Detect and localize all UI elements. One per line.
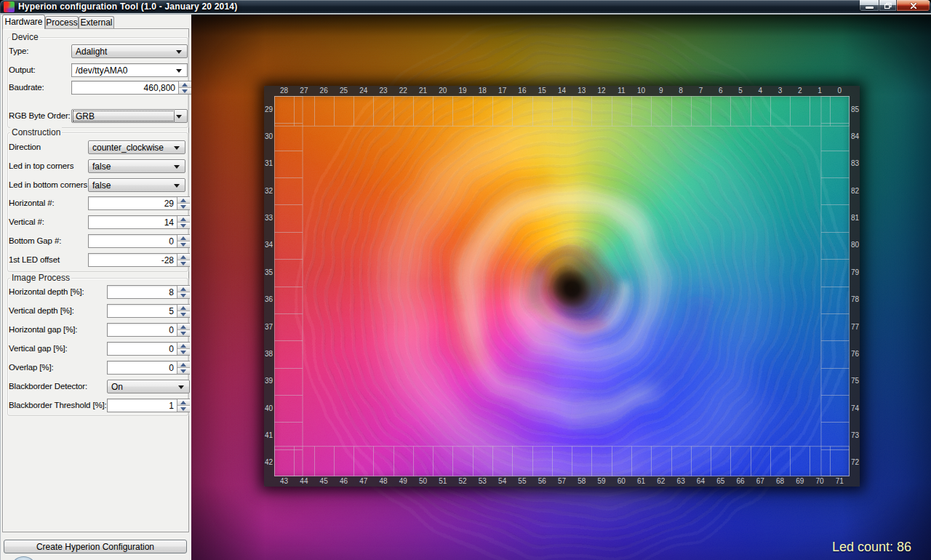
form-row: Horizontal #:29 (3, 196, 190, 210)
app-icon (4, 1, 15, 12)
dropdown-value: counter_clockwise (92, 143, 164, 153)
spinbox-value: -28 (161, 255, 174, 265)
blackborder-threshold-spinbox[interactable]: 1 (107, 399, 190, 412)
led-index-label: 68 (770, 478, 790, 485)
spin-up-button[interactable] (177, 343, 190, 349)
led-index-label: 30 (264, 133, 273, 140)
spinner-buttons (177, 343, 189, 355)
spin-down-button[interactable] (179, 88, 191, 94)
spin-down-button[interactable] (177, 368, 190, 374)
create-configuration-button[interactable]: Create Hyperion Configuration (4, 540, 187, 553)
spin-down-button[interactable] (177, 204, 190, 209)
horizontal-depth-spinbox[interactable]: 8 (107, 285, 190, 299)
spin-up-button[interactable] (177, 286, 190, 292)
dropdown-value: On (111, 382, 123, 392)
baudrate-spinbox[interactable]: 460,800 (71, 81, 191, 95)
spin-down-button[interactable] (177, 311, 190, 317)
output-combobox[interactable]: /dev/ttyAMA0 (71, 63, 188, 77)
spin-up-button[interactable] (177, 197, 190, 204)
combobox-value: /dev/ttyAMA0 (76, 65, 127, 76)
blackborder-detector-dropdown[interactable]: On (107, 380, 190, 393)
form-row: Blackborder Detector:On (3, 380, 190, 393)
vertical-spinbox[interactable]: 14 (88, 215, 190, 229)
spinbox-value: 0 (169, 325, 174, 335)
title-bar[interactable]: Hyperion configuration Tool (1.0 - Janua… (0, 0, 931, 13)
vertical-gap-label: Vertical gap [%]: (9, 344, 68, 353)
spin-up-icon (180, 363, 186, 367)
horizontal-label: Horizontal #: (9, 199, 55, 207)
led-index-label: 67 (751, 478, 770, 485)
led-index-label: 36 (264, 296, 273, 303)
spinbox-value: 14 (164, 217, 174, 228)
vertical-gap-spinbox[interactable]: 0 (107, 342, 190, 356)
close-button[interactable] (897, 0, 930, 11)
spin-up-button[interactable] (177, 216, 190, 223)
form-row: Vertical gap [%]:0 (3, 342, 190, 356)
spin-down-button[interactable] (177, 260, 190, 266)
spin-up-icon (180, 401, 186, 404)
led-in-bottom-corners-dropdown[interactable]: false (88, 178, 185, 192)
minimize-button[interactable] (860, 0, 879, 11)
spin-up-button[interactable] (177, 235, 190, 241)
form-row: 1st LED offset-28 (3, 253, 190, 267)
tab-hardware[interactable]: Hardware (2, 15, 45, 29)
form-row: Vertical #:14 (3, 215, 190, 229)
overlap-spinbox[interactable]: 0 (107, 361, 190, 375)
led-index-label: 46 (334, 478, 353, 485)
spin-down-button[interactable] (177, 330, 190, 336)
tab-process[interactable]: Process (45, 16, 79, 29)
spin-up-icon (182, 83, 188, 87)
led-index-label: 64 (691, 478, 711, 485)
led-index-label: 58 (572, 478, 591, 485)
spin-up-button[interactable] (177, 254, 190, 260)
spin-down-icon (180, 313, 186, 316)
led-index-label: 76 (851, 351, 859, 358)
form-row: Bottom Gap #:0 (3, 234, 190, 248)
type-dropdown[interactable]: Adalight (71, 44, 188, 58)
spin-down-icon (180, 243, 186, 247)
led-index-label: 65 (711, 478, 730, 485)
spin-down-button[interactable] (177, 223, 190, 228)
spin-down-button[interactable] (177, 406, 190, 412)
rgb-byte-order-dropdown[interactable]: GRB (71, 109, 188, 123)
caption-buttons (860, 0, 930, 11)
led-in-top-corners-dropdown[interactable]: false (88, 159, 185, 173)
spinbox-value: 8 (169, 287, 174, 297)
form-row: Led in top cornersfalse (3, 159, 190, 173)
led-index-label: 7 (691, 87, 711, 95)
led-index-label: 81 (851, 215, 859, 222)
spin-down-button[interactable] (177, 292, 190, 298)
direction-dropdown[interactable]: counter_clockwise (88, 140, 185, 154)
maximize-button[interactable] (879, 0, 897, 11)
spin-up-button[interactable] (177, 361, 190, 368)
form-row: Baudrate:460,800 (3, 81, 190, 95)
spin-up-button[interactable] (177, 305, 190, 311)
form-row: Horizontal gap [%]:0 (3, 323, 190, 337)
spin-up-button[interactable] (177, 399, 190, 406)
1st-led-offset-spinbox[interactable]: -28 (88, 253, 190, 267)
horizontal-gap-spinbox[interactable]: 0 (107, 323, 190, 337)
led-index-label: 59 (591, 478, 611, 485)
dropdown-arrow-icon (178, 385, 184, 389)
tab-external[interactable]: External (79, 16, 114, 29)
form-row: Led in bottom cornersfalse (3, 178, 190, 192)
spin-down-button[interactable] (177, 349, 190, 355)
led-index-label: 12 (591, 87, 611, 95)
led-index-label: 82 (851, 188, 859, 195)
spin-up-button[interactable] (179, 81, 191, 88)
led-index-label: 37 (264, 324, 273, 331)
form-row: Blackborder Threshold [%]:1 (3, 399, 190, 412)
led-index-label: 11 (612, 87, 631, 95)
horizontal-spinbox[interactable]: 29 (88, 196, 190, 210)
led-index-label: 53 (473, 478, 492, 485)
led-index-label: 10 (631, 87, 651, 95)
spin-up-button[interactable] (177, 324, 190, 330)
vertical-depth-spinbox[interactable]: 5 (107, 304, 190, 318)
spinner-buttons (177, 399, 189, 412)
led-index-label: 61 (631, 478, 651, 485)
dropdown-value: false (92, 180, 111, 191)
led-index-label: 28 (274, 87, 294, 95)
spin-down-button[interactable] (177, 241, 190, 247)
bottom-gap-spinbox[interactable]: 0 (88, 234, 190, 248)
blackborder-detector-label: Blackborder Detector: (9, 382, 87, 391)
